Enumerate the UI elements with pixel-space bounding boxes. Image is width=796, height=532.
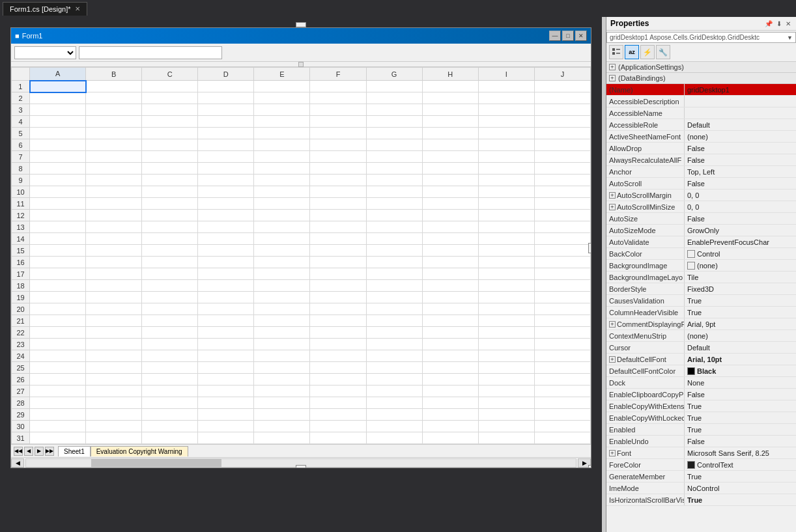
cell-F13[interactable]	[310, 221, 366, 233]
cell-F14[interactable]	[310, 233, 366, 245]
cell-A26[interactable]	[30, 374, 86, 385]
cell-E16[interactable]	[254, 257, 310, 268]
expand-icon-app[interactable]: +	[609, 64, 616, 70]
cell-B29[interactable]	[86, 409, 142, 421]
cell-H8[interactable]	[422, 163, 478, 175]
row-header-16[interactable]: 16	[12, 257, 30, 268]
cell-F27[interactable]	[310, 385, 366, 397]
row-header-17[interactable]: 17	[12, 268, 30, 280]
col-header-I[interactable]: I	[478, 68, 534, 81]
close-button[interactable]: ✕	[575, 31, 587, 41]
cell-G11[interactable]	[366, 198, 422, 210]
cell-F8[interactable]	[310, 163, 366, 175]
cell-J11[interactable]	[534, 198, 590, 210]
row-header-9[interactable]: 9	[12, 175, 30, 186]
cell-G23[interactable]	[366, 339, 422, 350]
cell-C25[interactable]	[142, 362, 198, 374]
cell-J2[interactable]	[534, 92, 590, 104]
prop-row-BorderStyle[interactable]: BorderStyleFixed3D	[606, 283, 796, 295]
cell-B22[interactable]	[86, 327, 142, 339]
cell-F1[interactable]	[310, 81, 366, 92]
cell-I12[interactable]	[478, 210, 534, 221]
prop-row-GenerateMember[interactable]: GenerateMemberTrue	[606, 471, 796, 483]
cell-D9[interactable]	[198, 175, 254, 186]
row-header-26[interactable]: 26	[12, 374, 30, 385]
prop-row-Name[interactable]: (Name)gridDesktop1	[606, 84, 796, 96]
cell-A31[interactable]	[30, 432, 86, 444]
cell-A13[interactable]	[30, 221, 86, 233]
cell-B9[interactable]	[86, 175, 142, 186]
prop-row-ForeColor[interactable]: ForeColorControlText	[606, 459, 796, 471]
prop-row-AutoSizeMode[interactable]: AutoSizeModeGrowOnly	[606, 225, 796, 236]
categorized-view-button[interactable]	[609, 45, 623, 59]
cell-reference-dropdown[interactable]	[14, 46, 76, 59]
cell-G4[interactable]	[366, 116, 422, 128]
cell-A25[interactable]	[30, 362, 86, 374]
cell-B8[interactable]	[86, 163, 142, 175]
cell-E7[interactable]	[254, 151, 310, 163]
prop-row-AutoScrollMargin[interactable]: +AutoScrollMargin0, 0	[606, 189, 796, 201]
cell-D15[interactable]	[198, 245, 254, 257]
cell-G17[interactable]	[366, 268, 422, 280]
cell-E28[interactable]	[254, 397, 310, 409]
cell-I22[interactable]	[478, 327, 534, 339]
cell-F2[interactable]	[310, 92, 366, 104]
cell-J18[interactable]	[534, 280, 590, 292]
cell-H27[interactable]	[422, 385, 478, 397]
cell-A1[interactable]	[30, 81, 86, 92]
cell-B3[interactable]	[86, 104, 142, 116]
cell-A8[interactable]	[30, 163, 86, 175]
prop-row-Font[interactable]: +FontMicrosoft Sans Serif, 8.25	[606, 447, 796, 459]
expand-icon-10[interactable]: +	[609, 204, 616, 210]
cell-D13[interactable]	[198, 221, 254, 233]
prop-row-AlwaysRecalculateAllF[interactable]: AlwaysRecalculateAllFFalse	[606, 154, 796, 166]
row-header-2[interactable]: 2	[12, 92, 30, 104]
cell-H13[interactable]	[422, 221, 478, 233]
cell-G26[interactable]	[366, 374, 422, 385]
cell-H4[interactable]	[422, 116, 478, 128]
cell-D14[interactable]	[198, 233, 254, 245]
cell-J23[interactable]	[534, 339, 590, 350]
cell-A5[interactable]	[30, 128, 86, 139]
cell-I11[interactable]	[478, 198, 534, 210]
cell-A6[interactable]	[30, 139, 86, 151]
cell-D22[interactable]	[198, 327, 254, 339]
cell-C13[interactable]	[142, 221, 198, 233]
cell-B21[interactable]	[86, 315, 142, 327]
cell-E3[interactable]	[254, 104, 310, 116]
prop-row-CausesValidation[interactable]: CausesValidationTrue	[606, 295, 796, 307]
cell-G18[interactable]	[366, 280, 422, 292]
cell-C23[interactable]	[142, 339, 198, 350]
cell-B28[interactable]	[86, 397, 142, 409]
cell-J26[interactable]	[534, 374, 590, 385]
cell-E14[interactable]	[254, 233, 310, 245]
prop-row-AccessibleName[interactable]: AccessibleName	[606, 107, 796, 119]
cell-E20[interactable]	[254, 303, 310, 315]
cell-A16[interactable]	[30, 257, 86, 268]
cell-I18[interactable]	[478, 280, 534, 292]
cell-I26[interactable]	[478, 374, 534, 385]
cell-H29[interactable]	[422, 409, 478, 421]
row-header-14[interactable]: 14	[12, 233, 30, 245]
cell-I5[interactable]	[478, 128, 534, 139]
cell-B7[interactable]	[86, 151, 142, 163]
row-header-27[interactable]: 27	[12, 385, 30, 397]
cell-H28[interactable]	[422, 397, 478, 409]
cell-A12[interactable]	[30, 210, 86, 221]
cell-C1[interactable]	[142, 81, 198, 92]
panel-pin-icon[interactable]: 📌	[763, 20, 774, 28]
cell-I15[interactable]	[478, 245, 534, 257]
cell-A22[interactable]	[30, 327, 86, 339]
cell-G24[interactable]	[366, 350, 422, 362]
cell-A24[interactable]	[30, 350, 86, 362]
prop-row-Anchor[interactable]: AnchorTop, Left	[606, 166, 796, 178]
panel-close-icon[interactable]: ✕	[784, 20, 792, 28]
cell-D1[interactable]	[198, 81, 254, 92]
cell-H1[interactable]	[422, 81, 478, 92]
prop-row-AllowDrop[interactable]: AllowDropFalse	[606, 143, 796, 154]
cell-G30[interactable]	[366, 421, 422, 432]
cell-C28[interactable]	[142, 397, 198, 409]
cell-J1[interactable]	[534, 81, 590, 92]
cell-A23[interactable]	[30, 339, 86, 350]
cell-C26[interactable]	[142, 374, 198, 385]
